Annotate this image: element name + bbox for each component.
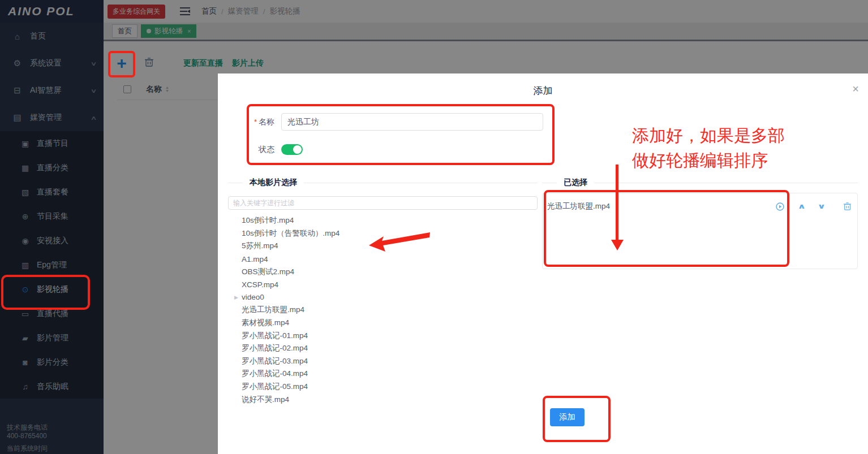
tree-item-folder[interactable]: ▶ video0 — [228, 291, 538, 304]
tree-item[interactable]: 罗小黑战记-02.mp4 — [228, 342, 538, 355]
annotation-box-submit — [543, 396, 611, 442]
app-root: AINO POL ⌂ 首页 ⚙ 系统设置 ∨ ⊟ AI智慧屏 ∨ ▤ 媒资管理 … — [0, 0, 868, 454]
tree-item[interactable]: 罗小黑战记-01.mp4 — [228, 329, 538, 342]
tree-item[interactable]: 说好不哭.mp4 — [228, 393, 538, 406]
annotation-box-add-button — [108, 51, 135, 77]
tree-item[interactable]: 罗小黑战记-03.mp4 — [228, 355, 538, 368]
tree-item[interactable]: 罗小黑战记-04.mp4 — [228, 367, 538, 381]
tree-item[interactable]: 光迅工坊联盟.mp4 — [228, 304, 538, 317]
local-films-title: 本地影片选择 — [243, 178, 304, 188]
expand-caret-icon[interactable]: ▶ — [234, 295, 241, 300]
annotation-note: 添加好，如果是多部 做好轮播编辑排序 — [632, 123, 785, 173]
tree-item[interactable]: 10s倒计时.mp4 — [228, 214, 538, 227]
dialog-title: 添加 — [218, 73, 868, 97]
tree-item[interactable]: 素材视频.mp4 — [228, 317, 538, 330]
selected-title: 已选择 — [557, 178, 594, 188]
tree-item[interactable]: OBS测试2.mp4 — [228, 265, 538, 278]
annotation-box-carousel-menu — [1, 275, 90, 310]
remove-icon[interactable] — [843, 202, 852, 211]
annotation-arrow-down-icon — [611, 165, 624, 251]
filter-input[interactable] — [228, 196, 538, 210]
tree-item[interactable]: XCSP.mp4 — [228, 278, 538, 291]
local-films-divider: 本地影片选择 — [228, 175, 538, 190]
local-films-section: 本地影片选择 10s倒计时.mp4 10s倒计时（告警联动）.mp4 5苏州.m… — [228, 175, 538, 406]
selected-divider: 已选择 — [542, 175, 858, 190]
annotation-box-form — [247, 104, 555, 165]
annotation-arrow-left-icon — [369, 230, 432, 253]
tree-item[interactable]: 罗小黑战记-05.mp4 — [228, 381, 538, 394]
tree-item[interactable]: A1.mp4 — [228, 253, 538, 266]
annotation-box-selected — [544, 190, 789, 267]
move-down-icon[interactable]: ∨ — [818, 202, 826, 210]
close-icon[interactable]: × — [852, 83, 859, 94]
move-up-icon[interactable]: ∧ — [797, 202, 806, 210]
